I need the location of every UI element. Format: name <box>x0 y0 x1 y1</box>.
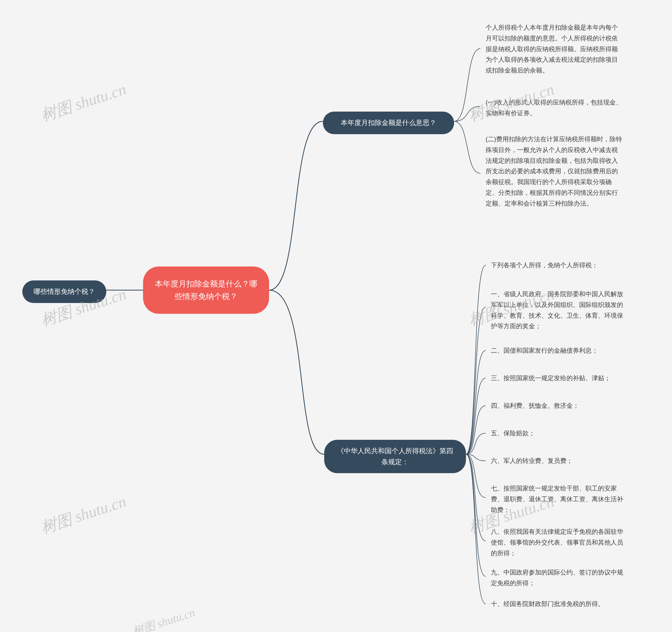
leaf-b2-3: 三、按照国家统一规定发给的补贴、津贴； <box>491 373 627 383</box>
leaf-b2-7: 七、按照国家统一规定发给干部、职工的安家费、退职费、退休工资、离休工资、离休生活… <box>491 483 627 515</box>
branch-left[interactable]: 哪些情形免纳个税？ <box>22 280 106 303</box>
branch-left-label: 哪些情形免纳个税？ <box>33 286 95 297</box>
root-title: 本年度月扣除金额是什么？哪些情形免纳个税？ <box>153 278 259 303</box>
leaf-b2-9: 九、中国政府参加的国际公约、签订的协议中规定免税的所得； <box>491 567 627 589</box>
leaf-b1-1: (一)收入的形式人取得的应纳税所得，包括现金、实物和有价证券。 <box>486 97 622 119</box>
watermark: 树图 shutu.cn <box>38 79 129 126</box>
branch-q2-label: 《中华人民共和国个人所得税法》第四条规定： <box>335 446 455 467</box>
branch-q1[interactable]: 本年度月扣除金额是什么意思？ <box>323 112 454 134</box>
leaf-b2-6: 六、军人的转业费、复员费； <box>491 455 627 466</box>
watermark: 树图 shutu.cn <box>130 605 197 632</box>
leaf-b2-0: 下列各项个人所得，免纳个人所得税： <box>491 260 627 271</box>
leaf-b2-8: 八、依照我国有关法律规定应予免税的各国驻华使馆、领事馆的外交代表、领事官员和其他… <box>491 526 627 559</box>
leaf-b1-0: 个人所得税个人本年度月扣除金额是本年内每个月可以扣除的额度的意思。个人所得税的计… <box>486 22 622 76</box>
branch-q2[interactable]: 《中华人民共和国个人所得税法》第四条规定： <box>324 440 466 473</box>
leaf-b2-5: 五、保险赔款； <box>491 428 627 439</box>
leaf-b2-10: 十、经国务院财政部门批准免税的所得。 <box>491 599 627 609</box>
leaf-b1-2: (二)费用扣除的方法在计算应纳税所得额时，除特殊项目外，一般允许从个人的应税收入… <box>486 134 622 209</box>
watermark: 树图 shutu.cn <box>38 491 129 539</box>
leaf-b2-1: 一、省级人民政府、国务院部委和中国人民解放军军以上单位，以及外国组织、国际组织颁… <box>491 289 627 332</box>
leaf-b2-2: 二、国债和国家发行的金融债券利息； <box>491 345 627 356</box>
branch-q1-label: 本年度月扣除金额是什么意思？ <box>341 117 436 128</box>
root-node[interactable]: 本年度月扣除金额是什么？哪些情形免纳个税？ <box>143 266 269 314</box>
leaf-b2-4: 四、福利费、抚恤金、救济金； <box>491 400 627 411</box>
